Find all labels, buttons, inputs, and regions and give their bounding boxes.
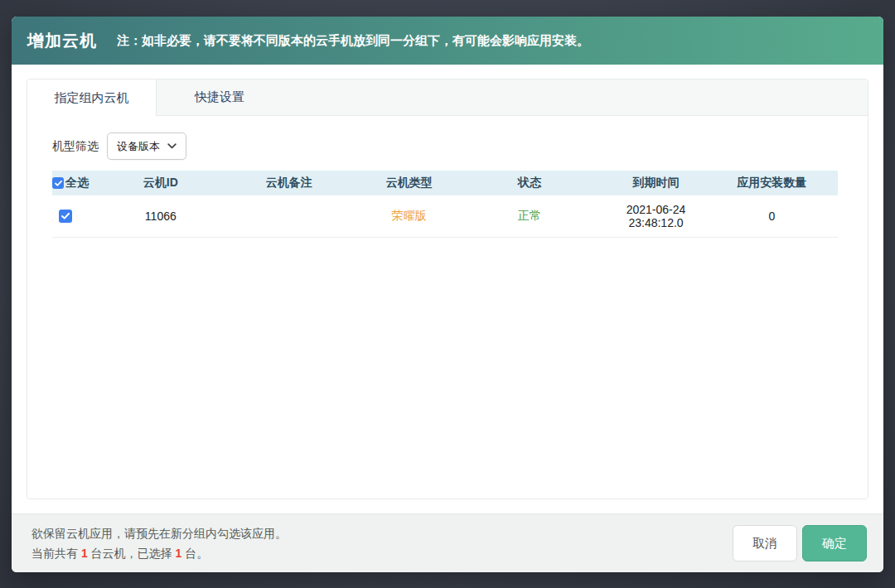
cell-remark [212, 195, 365, 237]
tab-label: 快捷设置 [195, 89, 244, 105]
select-all-label: 全选 [65, 176, 89, 190]
table-row: 11066 荣曜版 正常 2021-06-24 23:48:12.0 0 [52, 195, 838, 237]
dialog-footer: 欲保留云机应用，请预先在新分组内勾选该应用。 当前共有 1 台云机，已选择 1 … [12, 513, 883, 572]
select-all-checkbox[interactable] [52, 177, 64, 189]
footer-count: 当前共有 1 台云机，已选择 1 台。 [31, 543, 287, 563]
column-header-machine-id: 云机ID [109, 171, 212, 195]
row-checkbox[interactable] [59, 210, 72, 223]
machines-table: 全选 云机ID 云机备注 云机类型 状态 到期时间 应用安装数量 [52, 171, 838, 238]
column-header-machine-type: 云机类型 [365, 171, 452, 195]
tab-panel-content: 机型筛选 设备版本 [27, 116, 868, 238]
footer-text: 欲保留云机应用，请预先在新分组内勾选该应用。 当前共有 1 台云机，已选择 1 … [31, 523, 287, 563]
cell-app-count: 0 [706, 195, 838, 237]
dialog-note: 注：如非必要，请不要将不同版本的云手机放到同一分组下，有可能会影响应用安装。 [117, 33, 589, 49]
column-header-status: 状态 [452, 171, 606, 195]
footer-buttons: 取消 确定 [733, 525, 867, 561]
table-header-row: 全选 云机ID 云机备注 云机类型 状态 到期时间 应用安装数量 [52, 171, 838, 195]
cell-expire-time: 2021-06-24 23:48:12.0 [606, 195, 705, 237]
check-icon [55, 181, 62, 186]
chevron-down-icon [167, 143, 177, 149]
cell-status: 正常 [452, 195, 606, 237]
content-panel: 指定组内云机 快捷设置 机型筛选 设备版本 [27, 79, 868, 499]
cell-machine-id: 11066 [109, 195, 212, 237]
add-cloud-machine-dialog: 增加云机 注：如非必要，请不要将不同版本的云手机放到同一分组下，有可能会影响应用… [12, 17, 883, 572]
column-header-expire-time: 到期时间 [606, 171, 705, 195]
tab-bar: 指定组内云机 快捷设置 [27, 80, 868, 116]
footer-tip: 欲保留云机应用，请预先在新分组内勾选该应用。 [31, 523, 287, 543]
count-total: 1 [81, 547, 88, 560]
dialog-title: 增加云机 [27, 30, 97, 52]
column-header-remark: 云机备注 [212, 171, 365, 195]
tab-quick-settings[interactable]: 快捷设置 [157, 80, 283, 116]
tab-label: 指定组内云机 [55, 90, 129, 106]
filter-label: 机型筛选 [52, 139, 99, 154]
confirm-button[interactable]: 确定 [802, 525, 867, 561]
filter-row: 机型筛选 设备版本 [52, 133, 838, 160]
cell-machine-type: 荣曜版 [365, 195, 452, 237]
tab-assigned-group-machines[interactable]: 指定组内云机 [27, 80, 157, 116]
select-value: 设备版本 [117, 139, 160, 154]
column-header-select-all: 全选 [52, 171, 109, 195]
check-icon [61, 213, 70, 219]
column-header-app-count: 应用安装数量 [706, 171, 838, 195]
tab-bar-filler [283, 80, 868, 116]
dialog-header: 增加云机 注：如非必要，请不要将不同版本的云手机放到同一分组下，有可能会影响应用… [12, 17, 883, 65]
cancel-button[interactable]: 取消 [733, 525, 797, 561]
device-version-select[interactable]: 设备版本 [107, 133, 186, 160]
